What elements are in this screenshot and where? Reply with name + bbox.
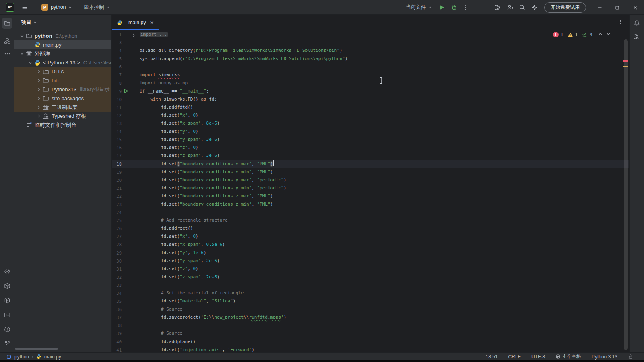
code-line-8[interactable]: 8import numpy as np <box>112 79 629 87</box>
line-number[interactable]: 38 <box>112 321 122 329</box>
gutter[interactable] <box>122 160 138 168</box>
gutter[interactable] <box>122 31 138 39</box>
code-with-me-icon[interactable] <box>504 2 516 14</box>
gutter[interactable] <box>122 249 138 257</box>
file-encoding[interactable]: UTF-8 <box>526 354 550 360</box>
line-number[interactable]: 32 <box>112 273 122 281</box>
code-text[interactable]: fd.set("boundary conditions z max", "PML… <box>138 192 273 200</box>
code-text[interactable]: fd.set("x span", 0.5e-6) <box>138 241 225 249</box>
cursor-time[interactable]: 18:51 <box>481 354 503 360</box>
code-text[interactable]: fd.set("x", 0) <box>138 111 198 119</box>
line-number[interactable]: 22 <box>112 192 122 200</box>
code-text[interactable]: os.add_dll_directory(r"D:\Program Files\… <box>138 47 342 55</box>
bell-tool-icon[interactable] <box>632 17 642 28</box>
line-number[interactable]: 11 <box>112 103 122 111</box>
code-line-41[interactable]: 41 fd.set('injection axis', 'Forward') <box>112 346 629 352</box>
gutter[interactable] <box>122 321 138 329</box>
tree-item-lib[interactable]: Lib <box>14 76 111 85</box>
gutter[interactable] <box>122 103 138 111</box>
code-text[interactable] <box>138 281 140 289</box>
main-menu-button[interactable] <box>19 2 30 13</box>
gutter[interactable] <box>122 79 138 87</box>
line-number[interactable]: 12 <box>112 111 122 119</box>
code-text[interactable]: fd.addrect() <box>138 224 193 232</box>
code-line-18[interactable]: 18 fd.set("boundary conditions x max", "… <box>112 160 629 168</box>
line-number[interactable]: 30 <box>112 257 122 265</box>
inspections-widget[interactable]: ! 1 1 4 <box>553 31 611 37</box>
tree-item-dlls[interactable]: DLLs <box>14 67 111 76</box>
code-text[interactable]: # Set the material of rectangle <box>138 289 244 297</box>
tree-item-python[interactable]: pythonE:\python <box>14 31 111 40</box>
line-number[interactable]: 37 <box>112 313 122 321</box>
code-text[interactable] <box>138 208 140 216</box>
gutter[interactable] <box>122 119 138 128</box>
tree-item--[interactable]: 二进制框架 <box>14 103 111 112</box>
line-number[interactable]: 26 <box>112 224 122 232</box>
line-number[interactable]: 13 <box>112 119 122 128</box>
next-problem-icon[interactable] <box>606 32 611 37</box>
line-number[interactable]: 39 <box>112 329 122 337</box>
code-line-34[interactable]: 34 # Set the material of rectangle <box>112 289 629 297</box>
structure-tool-icon[interactable] <box>2 35 12 46</box>
code-text[interactable] <box>138 321 140 329</box>
line-number[interactable]: 5 <box>112 55 122 63</box>
gutter[interactable] <box>122 71 138 79</box>
gutter[interactable] <box>122 224 138 232</box>
folder-tool-icon[interactable] <box>2 18 12 29</box>
code-text[interactable]: import simworks <box>138 71 180 79</box>
prev-problem-icon[interactable] <box>598 32 603 37</box>
line-number[interactable]: 35 <box>112 297 122 305</box>
tree-item-python313[interactable]: Python313library根目录 <box>14 85 111 94</box>
gutter[interactable] <box>122 216 138 224</box>
gutter[interactable] <box>122 87 138 95</box>
code-line-16[interactable]: 16 fd.set("z", 0) <box>112 144 629 152</box>
gutter[interactable] <box>122 184 138 192</box>
breadcrumb-file[interactable]: main.py <box>44 354 61 360</box>
code-line-13[interactable]: 13 fd.set("x span", 8e-6) <box>112 119 629 128</box>
line-number[interactable]: 9 <box>112 87 122 95</box>
close-button[interactable] <box>626 0 644 15</box>
tree-item--[interactable]: 外部库 <box>14 49 111 58</box>
git-tool-icon[interactable] <box>2 338 13 349</box>
code-text[interactable]: import ... <box>138 31 168 39</box>
packages-tool-icon[interactable] <box>2 280 13 291</box>
line-number[interactable]: 16 <box>112 144 122 152</box>
code-line-23[interactable]: 23 fd.set("boundary conditions z min", "… <box>112 200 629 208</box>
maximize-button[interactable] <box>609 0 626 15</box>
line-number[interactable]: 28 <box>112 241 122 249</box>
more-tool-icon[interactable] <box>2 48 12 59</box>
tree-item-site-packages[interactable]: site-packages <box>14 94 111 103</box>
line-number[interactable]: 27 <box>112 232 122 241</box>
code-line-27[interactable]: 27 fd.set("x", 0) <box>112 232 629 241</box>
code-text[interactable]: # Source <box>138 305 182 313</box>
debug-button[interactable] <box>448 2 460 14</box>
code-text[interactable]: # Add rectangle structure <box>138 216 228 224</box>
code-text[interactable]: fd.saveproject('E:\\new_project\\runfdtd… <box>138 313 286 321</box>
tab-options-icon[interactable] <box>618 19 623 26</box>
error-stripe-mark[interactable] <box>623 60 628 62</box>
code-text[interactable]: if __name__ == "__main__": <box>138 87 209 95</box>
code-line-38[interactable]: 38 <box>112 321 629 329</box>
more-actions-button[interactable] <box>460 2 472 14</box>
code-text[interactable]: fd.set("boundary conditions y max", "per… <box>138 176 286 184</box>
chevron-down-icon[interactable] <box>19 34 25 38</box>
line-number[interactable]: 25 <box>112 216 122 224</box>
search-everywhere-icon[interactable] <box>516 2 528 14</box>
line-number[interactable]: 40 <box>112 338 122 346</box>
run-line-icon[interactable] <box>123 88 128 94</box>
line-number[interactable]: 21 <box>112 184 122 192</box>
tree-item-main.py[interactable]: main.py <box>14 40 111 49</box>
code-line-11[interactable]: 11 fd.addfdtd() <box>112 103 629 111</box>
tab-close-icon[interactable]: ✕ <box>150 20 154 26</box>
code-line-35[interactable]: 35 fd.set("material", "Silica") <box>112 297 629 305</box>
line-number[interactable]: 7 <box>112 71 122 79</box>
code-line-21[interactable]: 21 fd.set("boundary conditions y min", "… <box>112 184 629 192</box>
line-number[interactable]: 31 <box>112 265 122 273</box>
gutter[interactable] <box>122 192 138 200</box>
project-panel-header[interactable]: 项目 <box>21 19 37 26</box>
code-text[interactable]: fd.set("boundary conditions z min", "PML… <box>138 200 273 208</box>
code-line-40[interactable]: 40 fd.addplane() <box>112 338 629 346</box>
code-line-12[interactable]: 12 fd.set("x", 0) <box>112 111 629 119</box>
gutter[interactable] <box>122 200 138 208</box>
code-line-36[interactable]: 36 # Source <box>112 305 629 313</box>
